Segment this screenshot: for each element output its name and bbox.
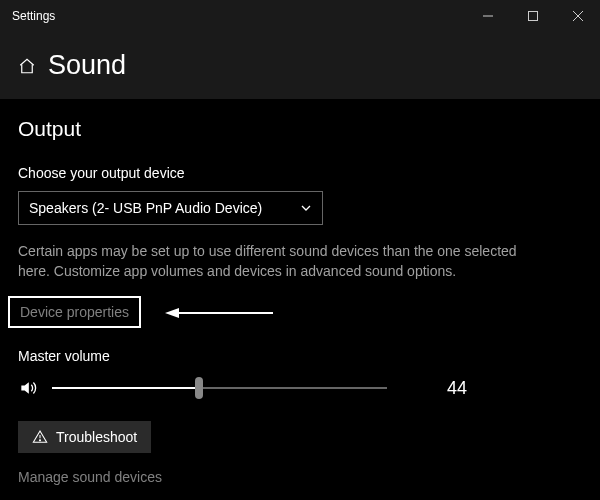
- volume-control-row: 44: [18, 378, 582, 399]
- output-device-select[interactable]: Speakers (2- USB PnP Audio Device): [18, 191, 323, 225]
- window-title: Settings: [12, 9, 55, 23]
- warning-icon: [32, 429, 48, 445]
- maximize-button[interactable]: [510, 0, 555, 32]
- speaker-icon[interactable]: [18, 378, 38, 398]
- svg-marker-5: [165, 308, 179, 318]
- window-controls: [465, 0, 600, 32]
- volume-value: 44: [447, 378, 467, 399]
- slider-track: [52, 387, 387, 389]
- slider-thumb[interactable]: [195, 377, 203, 399]
- output-description: Certain apps may be set up to use differ…: [18, 241, 538, 282]
- home-icon[interactable]: [18, 57, 36, 75]
- choose-device-label: Choose your output device: [18, 165, 582, 181]
- svg-rect-1: [528, 12, 537, 21]
- selected-device-text: Speakers (2- USB PnP Audio Device): [29, 200, 262, 216]
- device-properties-highlight: Device properties: [8, 296, 141, 328]
- master-volume-slider[interactable]: [52, 378, 387, 398]
- slider-fill: [52, 387, 199, 389]
- device-properties-link[interactable]: Device properties: [20, 304, 129, 320]
- minimize-button[interactable]: [465, 0, 510, 32]
- manage-sound-devices-link[interactable]: Manage sound devices: [18, 469, 582, 485]
- output-heading: Output: [18, 117, 582, 141]
- close-button[interactable]: [555, 0, 600, 32]
- chevron-down-icon: [300, 202, 312, 214]
- arrow-annotation-icon: [165, 306, 275, 320]
- troubleshoot-label: Troubleshoot: [56, 429, 137, 445]
- titlebar: Settings: [0, 0, 600, 32]
- page-header: Sound: [0, 32, 600, 99]
- svg-point-7: [39, 439, 40, 440]
- master-volume-label: Master volume: [18, 348, 582, 364]
- troubleshoot-button[interactable]: Troubleshoot: [18, 421, 151, 453]
- page-title: Sound: [48, 50, 126, 81]
- content-area: Output Choose your output device Speaker…: [0, 99, 600, 485]
